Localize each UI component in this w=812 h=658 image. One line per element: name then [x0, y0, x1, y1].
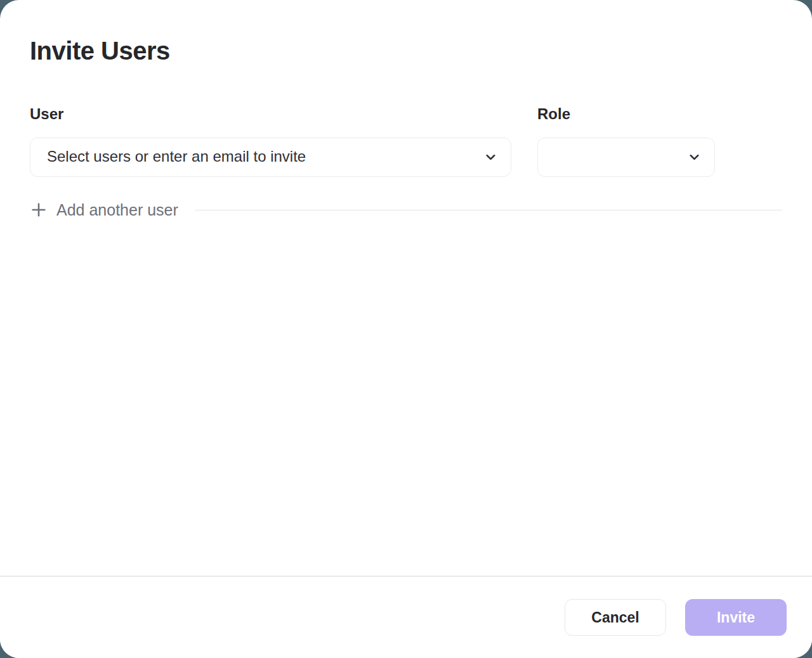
add-another-user-button[interactable]: Add another user: [30, 200, 178, 221]
dialog-body: Invite Users User Select users or enter …: [0, 0, 812, 220]
user-field: User Select users or enter an email to i…: [30, 105, 511, 177]
role-field-label: Role: [537, 105, 715, 124]
role-field: Role: [537, 105, 715, 177]
chevron-down-icon: [483, 150, 498, 164]
add-another-user-row: Add another user: [30, 200, 782, 221]
add-row-divider: [195, 210, 782, 210]
invite-users-dialog: Invite Users User Select users or enter …: [0, 0, 812, 658]
invite-button[interactable]: Invite: [685, 599, 787, 636]
invite-form-row: User Select users or enter an email to i…: [30, 105, 782, 177]
chevron-down-icon: [687, 150, 702, 164]
user-field-label: User: [30, 105, 511, 124]
user-select-placeholder: Select users or enter an email to invite: [47, 148, 306, 166]
dialog-title: Invite Users: [30, 35, 782, 66]
add-another-user-label: Add another user: [56, 200, 178, 221]
role-select[interactable]: [537, 138, 715, 177]
cancel-button[interactable]: Cancel: [565, 599, 666, 636]
user-select[interactable]: Select users or enter an email to invite: [30, 138, 511, 177]
plus-icon: [30, 201, 48, 219]
dialog-footer: Cancel Invite: [0, 576, 812, 658]
